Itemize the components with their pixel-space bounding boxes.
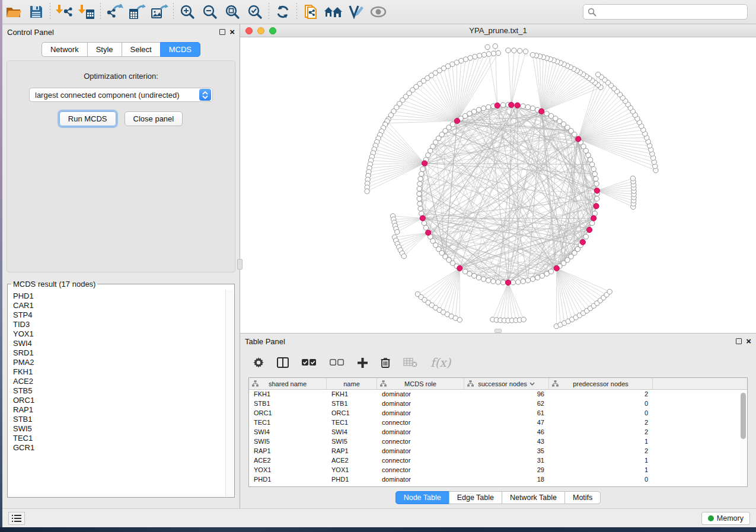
tab-motifs[interactable]: Motifs (564, 491, 601, 504)
tab-edge-table[interactable]: Edge Table (449, 491, 502, 504)
result-node[interactable]: STP4 (13, 310, 225, 320)
table-row[interactable]: ORC1ORC1dominator610 (249, 409, 747, 418)
result-node[interactable]: TID3 (13, 320, 225, 329)
result-node[interactable]: ORC1 (13, 396, 225, 405)
table-cell: YOX1 (249, 466, 327, 475)
column-header[interactable]: predecessor nodes (549, 378, 653, 389)
refresh-icon[interactable] (272, 2, 294, 22)
table-cell: 29 (464, 466, 549, 475)
close-panel-icon[interactable]: × (229, 29, 235, 35)
tab-mcds[interactable]: MCDS (160, 42, 200, 57)
column-label: predecessor nodes (573, 380, 629, 387)
search-input[interactable] (599, 5, 747, 18)
column-header[interactable]: MCDS role (377, 378, 464, 389)
network-view-window: YPA_prune.txt_1 (240, 24, 756, 333)
table-scrollbar-thumb[interactable] (741, 393, 746, 439)
tab-network[interactable]: Network (42, 42, 87, 57)
table-row[interactable]: RAP1RAP1dominator352 (249, 447, 747, 456)
tab-select[interactable]: Select (122, 42, 160, 57)
column-header[interactable]: name (327, 378, 377, 389)
float-table-panel-icon[interactable] (736, 338, 742, 344)
apply-style-icon[interactable] (344, 2, 367, 22)
delete-column-trash-icon[interactable] (381, 357, 390, 368)
memory-button[interactable]: Memory (701, 512, 750, 525)
open-session-icon[interactable] (2, 2, 25, 22)
result-node[interactable]: GCR1 (13, 443, 225, 453)
node-table-body: FKH1FKH1dominator962STB1STB1dominator620… (249, 390, 747, 485)
close-table-panel-icon[interactable]: × (746, 338, 751, 344)
table-scrollbar[interactable] (740, 391, 747, 486)
network-canvas[interactable] (240, 37, 756, 333)
result-node[interactable]: PMA2 (13, 358, 225, 367)
mcds-result-scrollbar[interactable] (225, 290, 234, 496)
table-cell: 2 (549, 390, 653, 399)
result-node[interactable]: SWI4 (13, 339, 225, 348)
horizontal-splitter-handle[interactable] (495, 329, 502, 333)
tab-network-table[interactable]: Network Table (502, 491, 564, 504)
table-row[interactable]: TEC1TEC1connector472 (249, 418, 747, 428)
table-cell: ACE2 (249, 456, 327, 466)
shared-column-icon (380, 380, 387, 387)
table-cell: ORC1 (249, 409, 327, 418)
import-table-icon[interactable] (75, 2, 98, 22)
table-options-gear-icon[interactable] (253, 357, 264, 368)
show-all-houses-icon[interactable] (322, 2, 344, 22)
float-panel-icon[interactable] (219, 29, 225, 35)
table-row[interactable]: SWI5SWI5connector431 (249, 437, 747, 447)
zoom-in-icon[interactable] (176, 2, 199, 22)
main-toolbar (2, 0, 756, 24)
clone-network-icon[interactable] (299, 2, 322, 22)
result-node[interactable]: SWI5 (13, 424, 225, 434)
result-node[interactable]: FKH1 (13, 367, 225, 377)
result-node[interactable]: CAR1 (13, 301, 225, 310)
network-graph[interactable] (240, 37, 754, 329)
result-node[interactable]: TEC1 (13, 434, 225, 443)
zoom-out-icon[interactable] (199, 2, 221, 22)
run-mcds-button[interactable]: Run MCDS (59, 111, 116, 126)
table-row[interactable]: SWI4SWI4dominator462 (249, 428, 747, 437)
vertical-splitter-handle[interactable] (237, 259, 243, 270)
tab-node-table[interactable]: Node Table (395, 491, 449, 504)
table-cell: TEC1 (327, 418, 377, 428)
export-table-icon[interactable] (126, 2, 148, 22)
table-cell: dominator (377, 428, 464, 437)
table-cell: SWI4 (327, 428, 377, 437)
result-node[interactable]: RAP1 (13, 405, 225, 415)
table-cell: connector (377, 466, 464, 475)
shared-column-icon (552, 380, 559, 387)
result-node[interactable]: STB1 (13, 415, 225, 424)
tab-style[interactable]: Style (87, 42, 122, 57)
export-image-icon[interactable] (148, 2, 171, 22)
table-row[interactable]: PHD1PHD1dominator180 (249, 475, 747, 485)
table-row[interactable]: STB1STB1dominator620 (249, 399, 747, 409)
export-network-icon[interactable] (103, 2, 126, 22)
search-field[interactable] (583, 4, 748, 20)
task-history-button[interactable] (8, 512, 25, 525)
criterion-dropdown[interactable]: largest connected component (undirected) (29, 88, 213, 102)
panel-mode-icon[interactable] (277, 357, 289, 368)
column-header[interactable]: shared name (249, 378, 327, 389)
select-all-icon[interactable] (302, 359, 317, 367)
column-header[interactable]: successor nodes (464, 378, 549, 389)
toolbar-separator (296, 3, 297, 21)
mcds-result-list[interactable]: PHD1CAR1STP4TID3YOX1SWI4SRD1PMA2FKH1ACE2… (8, 290, 225, 496)
table-row[interactable]: ACE2ACE2connector311 (249, 456, 747, 466)
zoom-selected-icon[interactable] (244, 2, 266, 22)
hide-selected-eye-icon[interactable] (367, 2, 390, 22)
table-row[interactable]: YOX1YOX1connector291 (249, 466, 747, 475)
close-panel-button[interactable]: Close panel (125, 111, 183, 126)
save-session-icon[interactable] (25, 2, 47, 22)
result-node[interactable]: SRD1 (13, 348, 225, 358)
table-cell: dominator (377, 475, 464, 485)
control-panel-tabs: NetworkStyleSelectMCDS (2, 42, 240, 57)
add-column-icon[interactable] (358, 358, 368, 368)
result-node[interactable]: PHD1 (13, 291, 225, 301)
table-row[interactable]: FKH1FKH1dominator962 (249, 390, 747, 399)
zoom-fit-icon[interactable] (221, 2, 244, 22)
import-network-icon[interactable] (53, 2, 75, 22)
table-cell: STB1 (327, 399, 377, 409)
result-node[interactable]: STB5 (13, 386, 225, 396)
result-node[interactable]: YOX1 (13, 329, 225, 339)
result-node[interactable]: ACE2 (13, 377, 225, 386)
deselect-all-icon[interactable] (330, 359, 344, 367)
